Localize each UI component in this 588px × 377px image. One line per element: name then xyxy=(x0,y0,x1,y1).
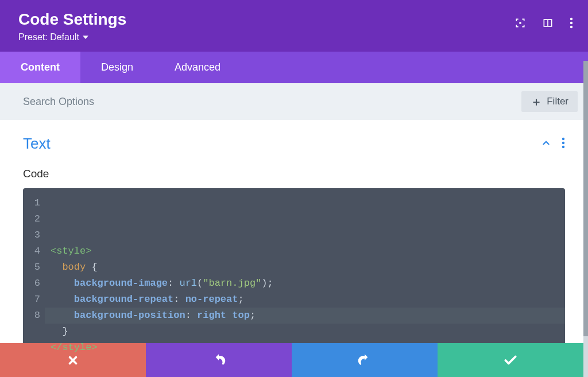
modal-header: Code Settings Preset: Default xyxy=(0,0,588,52)
section-menu[interactable] xyxy=(562,137,565,151)
code-lines: <style> body { background-image: url("ba… xyxy=(51,243,555,372)
svg-point-3 xyxy=(570,26,572,28)
scrollbar[interactable] xyxy=(583,61,588,377)
svg-point-6 xyxy=(562,145,564,147)
chevron-up-icon xyxy=(541,138,551,148)
tab-design[interactable]: Design xyxy=(80,52,154,83)
search-bar: ＋ Filter xyxy=(0,83,588,120)
more-menu-icon[interactable] xyxy=(570,17,573,29)
section-header: Text xyxy=(23,135,565,153)
tab-label: Advanced xyxy=(175,61,220,73)
tab-content[interactable]: Content xyxy=(0,52,80,83)
code-editor[interactable]: 12345678 <style> body { background-image… xyxy=(23,188,565,377)
svg-point-2 xyxy=(570,22,572,24)
content-area: Text Code 12345678 <style> body { backgr… xyxy=(0,120,588,377)
modal-title: Code Settings xyxy=(18,10,570,29)
layout-split-icon[interactable] xyxy=(542,17,554,29)
preset-label: Preset: Default xyxy=(18,32,79,42)
tab-label: Content xyxy=(21,61,60,73)
tab-label: Design xyxy=(101,61,133,73)
plus-icon: ＋ xyxy=(531,96,542,107)
svg-rect-0 xyxy=(519,22,521,24)
header-actions xyxy=(514,17,573,29)
section-title[interactable]: Text xyxy=(23,135,51,153)
search-input[interactable] xyxy=(23,96,514,108)
field-label-code: Code xyxy=(23,168,565,180)
filter-button[interactable]: ＋ Filter xyxy=(521,91,578,112)
svg-point-1 xyxy=(570,18,572,20)
svg-point-5 xyxy=(562,141,564,143)
collapse-toggle[interactable] xyxy=(541,138,551,150)
section-actions xyxy=(541,137,565,151)
filter-label: Filter xyxy=(547,96,568,107)
preset-dropdown[interactable]: Preset: Default xyxy=(18,32,88,42)
caret-down-icon xyxy=(83,34,88,40)
tab-bar: Content Design Advanced xyxy=(0,52,588,83)
scrollbar-thumb[interactable] xyxy=(583,61,588,336)
more-vertical-icon xyxy=(562,137,565,149)
tab-advanced[interactable]: Advanced xyxy=(154,52,241,83)
svg-point-4 xyxy=(562,137,564,139)
focus-frame-icon[interactable] xyxy=(514,17,526,29)
code-area[interactable]: <style> body { background-image: url("ba… xyxy=(45,188,565,377)
